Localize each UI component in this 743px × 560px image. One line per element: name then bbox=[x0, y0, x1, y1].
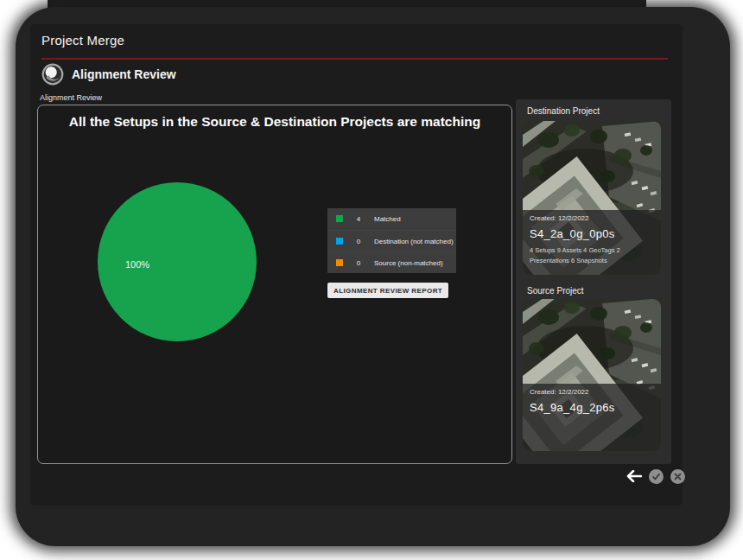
alignment-review-panel: All the Setups in the Source & Destinati… bbox=[37, 105, 512, 464]
panel-heading: All the Setups in the Source & Destinati… bbox=[38, 114, 511, 130]
alignment-review-sphere-icon bbox=[41, 63, 64, 86]
legend-swatch-source bbox=[336, 259, 343, 266]
chart-legend: 4 Matched 0 Destination (not matched) 0 … bbox=[327, 208, 456, 273]
source-project-label: Source Project bbox=[527, 286, 584, 296]
legend-count: 0 bbox=[353, 238, 364, 245]
window-title: Project Merge bbox=[41, 33, 124, 48]
source-project-info: Created: 12/2/2022 S4_9a_4g_2p6s bbox=[523, 384, 661, 451]
wizard-actions bbox=[626, 468, 685, 484]
confirm-button[interactable] bbox=[648, 468, 664, 484]
cancel-button[interactable] bbox=[670, 468, 685, 484]
pie-percentage-label: 100% bbox=[113, 259, 162, 270]
projects-sidebar: Destination Project Created: 12/2/2022 S… bbox=[516, 99, 671, 464]
section-title: Alignment Review bbox=[72, 67, 176, 81]
legend-swatch-destination bbox=[336, 238, 343, 245]
destination-project-label: Destination Project bbox=[527, 106, 600, 116]
destination-project-card: Created: 12/2/2022 S4_2a_0g_0p0s 4 Setup… bbox=[523, 121, 661, 275]
source-project-card: Created: 12/2/2022 S4_9a_4g_2p6s bbox=[523, 299, 661, 451]
panel-label: Alignment Review bbox=[40, 93, 102, 102]
destination-project-info: Created: 12/2/2022 S4_2a_0g_0p0s 4 Setup… bbox=[523, 210, 661, 275]
check-circle-icon bbox=[649, 469, 664, 484]
close-circle-icon bbox=[670, 469, 685, 484]
legend-row-destination-not-matched: 0 Destination (not matched) bbox=[327, 230, 456, 251]
source-project-name: S4_9a_4g_2p6s bbox=[530, 401, 654, 414]
legend-label: Source (non-matched) bbox=[374, 259, 443, 267]
legend-label: Destination (not matched) bbox=[374, 238, 454, 245]
alignment-review-report-button[interactable]: ALIGNMENT REVIEW REPORT bbox=[327, 283, 448, 298]
source-created-date: Created: 12/2/2022 bbox=[530, 388, 654, 396]
destination-project-name: S4_2a_0g_0p0s bbox=[530, 227, 654, 240]
destination-created-date: Created: 12/2/2022 bbox=[530, 214, 654, 222]
pie-chart: 100% bbox=[98, 182, 257, 341]
arrow-left-icon bbox=[626, 470, 642, 482]
section-header: Alignment Review bbox=[41, 63, 176, 86]
page-background: Project Merge Alignment Review Alignment… bbox=[0, 0, 743, 560]
title-divider bbox=[41, 58, 668, 60]
legend-row-matched: 4 Matched bbox=[327, 208, 456, 230]
destination-project-meta: 4 Setups 9 Assets 4 GeoTags 2 Presentati… bbox=[530, 245, 659, 265]
legend-row-source-non-matched: 0 Source (non-matched) bbox=[327, 251, 456, 273]
back-button[interactable] bbox=[626, 468, 642, 484]
project-merge-window: Project Merge Alignment Review Alignment… bbox=[30, 24, 683, 506]
legend-count: 4 bbox=[353, 215, 364, 223]
legend-count: 0 bbox=[353, 259, 364, 267]
legend-label: Matched bbox=[374, 215, 401, 223]
legend-swatch-matched bbox=[336, 215, 343, 222]
